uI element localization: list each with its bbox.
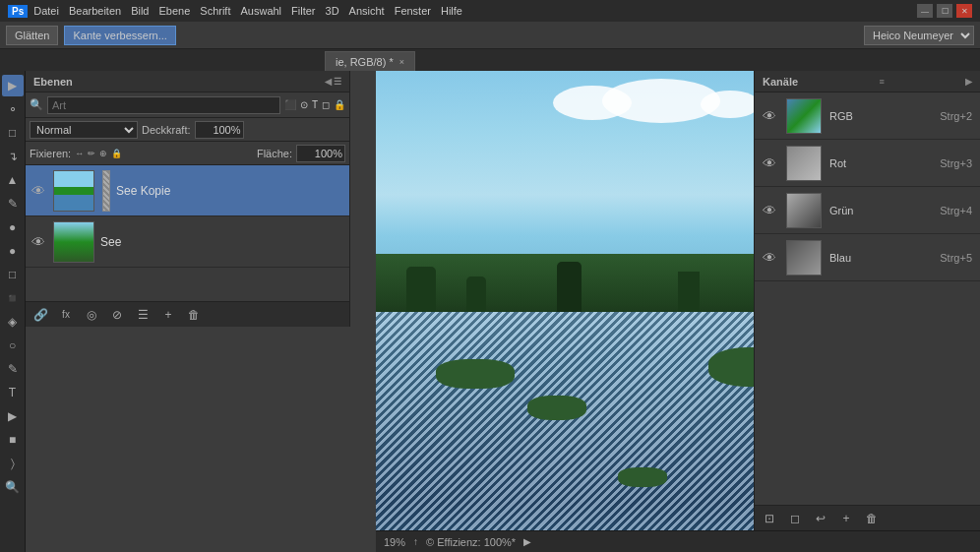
- lock-label: Fixieren:: [30, 148, 71, 159]
- layer-search-input[interactable]: [47, 96, 280, 114]
- lasso-tool[interactable]: ⚬: [2, 98, 24, 120]
- channels-panel-header: Kanäle ≡ ▶: [755, 71, 980, 92]
- channel-rot[interactable]: 👁 Rot Strg+3: [755, 140, 980, 187]
- channels-collapse-button[interactable]: ≡: [879, 77, 884, 87]
- menu-3d[interactable]: 3D: [326, 5, 339, 17]
- fill-input[interactable]: [296, 145, 345, 162]
- dotted-circle-button[interactable]: ⊡: [761, 510, 778, 527]
- channel-rgb-eye[interactable]: 👁: [763, 108, 778, 124]
- menu-bar: Datei Bearbeiten Bild Ebene Schrift Ausw…: [33, 5, 917, 17]
- channel-rot-shortcut: Strg+3: [940, 157, 972, 169]
- menu-hilfe[interactable]: Hilfe: [441, 5, 462, 17]
- hand-tool[interactable]: 〉: [2, 453, 24, 474]
- group-layers-button[interactable]: ☰: [134, 306, 152, 324]
- eyedropper-tool[interactable]: ↴: [2, 146, 24, 167]
- zoom-tool[interactable]: 🔍: [2, 476, 24, 498]
- tab-close-button[interactable]: ×: [399, 57, 404, 67]
- layer-filter-icons: ⬛ ⊙ T ◻ 🔒: [284, 99, 345, 110]
- pen-tool[interactable]: ✎: [2, 358, 24, 380]
- layer-item-see[interactable]: 👁 See: [26, 216, 349, 268]
- channel-gruen-eye[interactable]: 👁: [763, 203, 778, 218]
- filter-pixel-icon[interactable]: ⬛: [284, 99, 296, 110]
- crop-tool[interactable]: □: [2, 122, 24, 144]
- lock-all-icon[interactable]: 🔒: [111, 149, 122, 158]
- load-channel-button[interactable]: ↩: [812, 510, 829, 527]
- smooth-button[interactable]: Glätten: [6, 26, 58, 45]
- clone-tool[interactable]: ●: [2, 216, 24, 238]
- play-button[interactable]: ▶: [523, 536, 531, 547]
- menu-bild[interactable]: Bild: [131, 5, 149, 17]
- text-tool[interactable]: T: [2, 382, 24, 403]
- menu-schrift[interactable]: Schrift: [200, 5, 230, 17]
- blur-tool[interactable]: ◈: [2, 311, 24, 333]
- panel-menu-button[interactable]: ☰: [334, 77, 341, 87]
- new-layer-button[interactable]: +: [159, 306, 177, 324]
- blend-mode-select[interactable]: Normal: [30, 121, 138, 139]
- refine-edge-button[interactable]: Kante verbessern...: [64, 26, 175, 45]
- brush-tool[interactable]: ✎: [2, 193, 24, 215]
- menu-ansicht[interactable]: Ansicht: [349, 5, 385, 17]
- zoom-level: 19%: [384, 536, 405, 548]
- filter-type-icon[interactable]: T: [312, 99, 318, 110]
- user-area: Heico Neumeyer: [864, 26, 974, 45]
- path-tool[interactable]: ▶: [2, 405, 24, 427]
- maximize-button[interactable]: ☐: [937, 4, 952, 18]
- channel-rgb[interactable]: 👁 RGB Strg+2: [755, 92, 980, 140]
- delete-layer-button[interactable]: 🗑: [185, 306, 203, 324]
- opacity-input[interactable]: [195, 121, 244, 139]
- channel-blau-eye[interactable]: 👁: [763, 250, 778, 266]
- channel-blau-name: Blau: [829, 252, 932, 264]
- link-layers-button[interactable]: 🔗: [31, 306, 49, 324]
- menu-filter[interactable]: Filter: [291, 5, 315, 17]
- tab-name: ie, RGB/8) *: [336, 56, 394, 68]
- fill-label: Fläche:: [257, 148, 292, 159]
- filter-adjust-icon[interactable]: ⊙: [300, 99, 308, 110]
- layer-visibility-eye-2[interactable]: 👁: [31, 234, 47, 250]
- menu-auswahl[interactable]: Auswahl: [240, 5, 281, 17]
- save-selection-button[interactable]: ◻: [786, 510, 804, 527]
- shape-tool[interactable]: ■: [2, 429, 24, 451]
- lock-move-icon[interactable]: ↔: [75, 149, 84, 158]
- status-bar: 19% ↑ © Effizienz: 100%* ▶: [376, 530, 980, 552]
- channel-gruen[interactable]: 👁 Grün Strg+4: [755, 187, 980, 234]
- menu-fenster[interactable]: Fenster: [395, 5, 431, 17]
- dodge-tool[interactable]: ○: [2, 335, 24, 356]
- healing-tool[interactable]: ▲: [2, 169, 24, 191]
- menu-bearbeiten[interactable]: Bearbeiten: [69, 5, 121, 17]
- channel-blau-shortcut: Strg+5: [940, 252, 972, 264]
- layer-controls-row: Normal Deckkraft:: [26, 118, 349, 142]
- menu-ebene[interactable]: Ebene: [158, 5, 190, 17]
- minimize-button[interactable]: —: [917, 4, 933, 18]
- history-tool[interactable]: ●: [2, 240, 24, 262]
- new-channel-button[interactable]: +: [837, 510, 855, 527]
- filter-smart-icon[interactable]: 🔒: [334, 99, 345, 110]
- layers-panel-bottom: 🔗 fx ◎ ⊘ ☰ + 🗑: [26, 301, 349, 327]
- gradient-tool[interactable]: ◾: [2, 287, 24, 309]
- close-button[interactable]: ✕: [956, 4, 972, 18]
- channels-menu-button[interactable]: ▶: [965, 77, 972, 87]
- eraser-tool[interactable]: □: [2, 264, 24, 285]
- layer-visibility-eye-1[interactable]: 👁: [31, 183, 47, 199]
- share-icon[interactable]: ↑: [413, 536, 418, 547]
- filter-shape-icon[interactable]: ◻: [322, 99, 330, 110]
- layer-name-2: See: [100, 235, 121, 249]
- channel-rot-eye[interactable]: 👁: [763, 155, 778, 171]
- menu-datei[interactable]: Datei: [33, 5, 59, 17]
- layers-list: 👁 See Kopie 👁 See: [26, 165, 349, 301]
- lock-draw-icon[interactable]: ✏: [88, 149, 95, 158]
- main-area: ▶ ⚬ □ ↴ ▲ ✎ ● ● □ ◾ ◈ ○ ✎ T ▶ ■ 〉 🔍 Eben…: [0, 71, 980, 552]
- panel-collapse-button[interactable]: ◀: [325, 77, 332, 87]
- water-island-2: [527, 396, 586, 420]
- delete-channel-button[interactable]: 🗑: [863, 510, 881, 527]
- tab-bar: ie, RGB/8) * ×: [0, 49, 980, 71]
- add-mask-button[interactable]: ◎: [83, 306, 100, 324]
- layers-title: Ebenen: [33, 76, 73, 88]
- lock-position-icon[interactable]: ⊕: [99, 149, 107, 158]
- document-tab[interactable]: ie, RGB/8) * ×: [325, 51, 415, 71]
- layer-item-see-kopie[interactable]: 👁 See Kopie: [26, 165, 349, 216]
- selection-tool[interactable]: ▶: [2, 75, 24, 96]
- channel-blau[interactable]: 👁 Blau Strg+5: [755, 234, 980, 281]
- user-select[interactable]: Heico Neumeyer: [864, 26, 974, 45]
- adjustment-layer-button[interactable]: ⊘: [108, 306, 126, 324]
- layer-effects-button[interactable]: fx: [57, 306, 75, 324]
